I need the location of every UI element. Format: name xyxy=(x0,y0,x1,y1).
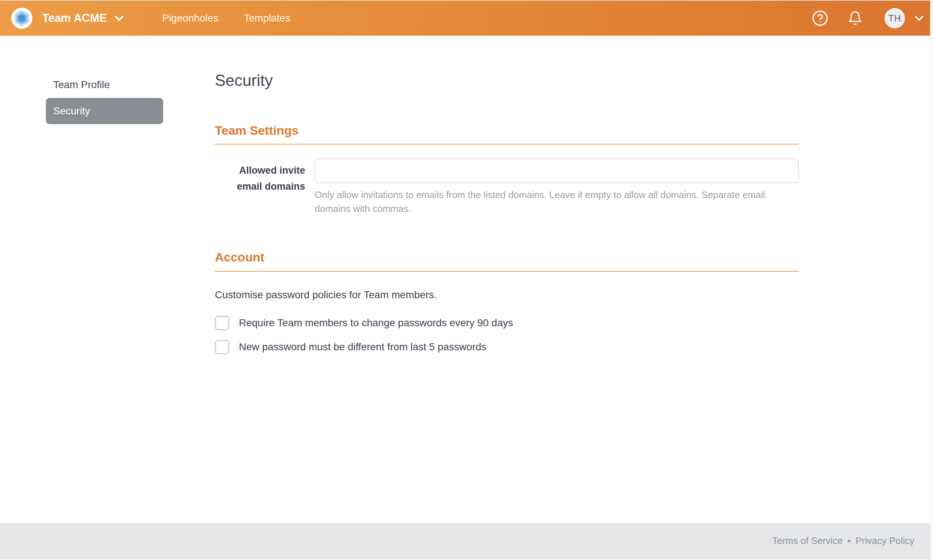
account-divider xyxy=(215,271,799,272)
page-title: Security xyxy=(215,71,799,90)
account-menu-chevron[interactable] xyxy=(915,15,924,22)
terms-of-service-link[interactable]: Terms of Service xyxy=(772,535,843,546)
team-switcher-label[interactable]: Team ACME xyxy=(42,12,107,25)
team-settings-divider xyxy=(215,144,799,145)
pigeonhole-logo-icon[interactable] xyxy=(11,8,32,29)
team-switcher-chevron[interactable] xyxy=(114,15,124,22)
checkbox-row-change-passwords: Require Team members to change passwords… xyxy=(215,316,799,330)
account-heading: Account xyxy=(215,250,799,265)
nav-item-pigeonholes[interactable]: Pigeonholes xyxy=(162,12,218,24)
password-policy-description: Customise password policies for Team mem… xyxy=(215,288,799,302)
different-password-checkbox[interactable] xyxy=(215,340,229,354)
sidebar-item-security[interactable]: Security xyxy=(46,98,163,124)
allowed-domains-help-text: Only allow invitations to emails from th… xyxy=(315,188,799,216)
change-passwords-checkbox[interactable] xyxy=(215,316,229,330)
avatar[interactable]: TH xyxy=(885,8,905,28)
different-password-label: New password must be different from last… xyxy=(239,341,487,353)
settings-sidebar: Team Profile Security xyxy=(46,36,163,124)
help-button[interactable] xyxy=(812,10,828,26)
main-content: Security Team Settings Allowed invite em… xyxy=(215,36,799,364)
bell-icon xyxy=(847,10,863,26)
footer-separator: • xyxy=(847,535,851,546)
allowed-domains-field-row: Allowed invite email domains Only allow … xyxy=(215,158,799,216)
sidebar-item-team-profile[interactable]: Team Profile xyxy=(46,72,163,98)
bottom-strip xyxy=(0,558,933,560)
checkbox-row-different-password: New password must be different from last… xyxy=(215,340,799,354)
privacy-policy-link[interactable]: Privacy Policy xyxy=(855,535,915,546)
help-circle-icon xyxy=(812,10,828,26)
nav-item-templates[interactable]: Templates xyxy=(244,12,291,24)
chevron-down-icon xyxy=(915,15,924,22)
notifications-button[interactable] xyxy=(847,10,863,26)
chevron-down-icon xyxy=(114,15,124,22)
page-body: Team Profile Security Security Team Sett… xyxy=(0,36,933,364)
allowed-domains-field-col: Only allow invitations to emails from th… xyxy=(315,158,799,216)
allowed-domains-input[interactable] xyxy=(315,158,799,183)
password-policy-options: Require Team members to change passwords… xyxy=(215,316,799,354)
allowed-domains-label: Allowed invite email domains xyxy=(215,158,305,216)
team-settings-heading: Team Settings xyxy=(215,123,799,138)
page-footer: Terms of Service • Privacy Policy xyxy=(0,523,933,558)
change-passwords-label: Require Team members to change passwords… xyxy=(239,317,513,329)
app-header: Team ACME Pigeonholes Templates TH xyxy=(0,1,933,36)
scrollbar[interactable] xyxy=(930,0,933,560)
header-actions: TH xyxy=(812,8,924,28)
